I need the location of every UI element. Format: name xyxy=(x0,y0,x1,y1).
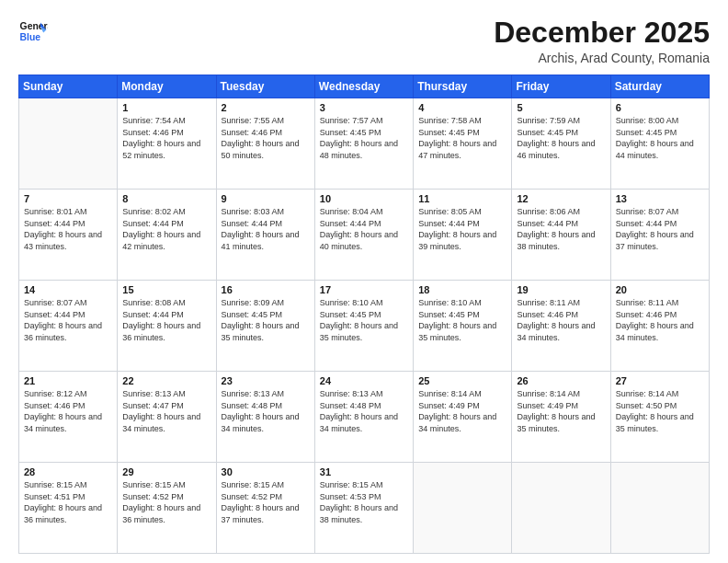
day-info: Sunrise: 7:59 AMSunset: 4:45 PMDaylight:… xyxy=(517,115,605,161)
day-info: Sunrise: 8:00 AMSunset: 4:45 PMDaylight:… xyxy=(616,115,704,161)
day-number: 4 xyxy=(418,102,506,113)
table-row: 24Sunrise: 8:13 AMSunset: 4:48 PMDayligh… xyxy=(314,372,413,463)
day-info: Sunrise: 8:10 AMSunset: 4:45 PMDaylight:… xyxy=(320,297,408,343)
col-sunday: Sunday xyxy=(19,75,118,98)
logo: General Blue xyxy=(18,17,48,46)
day-info: Sunrise: 8:15 AMSunset: 4:52 PMDaylight:… xyxy=(122,479,210,525)
day-info: Sunrise: 8:07 AMSunset: 4:44 PMDaylight:… xyxy=(616,206,704,252)
table-row: 31Sunrise: 8:15 AMSunset: 4:53 PMDayligh… xyxy=(314,463,413,554)
day-number: 7 xyxy=(24,193,112,204)
day-number: 6 xyxy=(616,102,704,113)
week-row-5: 28Sunrise: 8:15 AMSunset: 4:51 PMDayligh… xyxy=(19,463,710,554)
day-info: Sunrise: 8:11 AMSunset: 4:46 PMDaylight:… xyxy=(517,297,605,343)
day-number: 30 xyxy=(222,466,310,477)
col-tuesday: Tuesday xyxy=(216,75,314,98)
day-info: Sunrise: 8:07 AMSunset: 4:44 PMDaylight:… xyxy=(24,297,112,343)
col-thursday: Thursday xyxy=(414,75,512,98)
calendar-header-row: Sunday Monday Tuesday Wednesday Thursday… xyxy=(19,75,710,98)
day-number: 5 xyxy=(517,102,605,113)
day-info: Sunrise: 8:14 AMSunset: 4:49 PMDaylight:… xyxy=(517,388,605,434)
day-info: Sunrise: 7:54 AMSunset: 4:46 PMDaylight:… xyxy=(122,115,210,161)
day-info: Sunrise: 7:58 AMSunset: 4:45 PMDaylight:… xyxy=(418,115,506,161)
page: General Blue December 2025 Archis, Arad … xyxy=(0,0,728,563)
day-info: Sunrise: 8:10 AMSunset: 4:45 PMDaylight:… xyxy=(418,297,506,343)
day-info: Sunrise: 8:06 AMSunset: 4:44 PMDaylight:… xyxy=(517,206,605,252)
table-row: 17Sunrise: 8:10 AMSunset: 4:45 PMDayligh… xyxy=(314,281,413,372)
day-info: Sunrise: 7:55 AMSunset: 4:46 PMDaylight:… xyxy=(222,115,310,161)
table-row: 13Sunrise: 8:07 AMSunset: 4:44 PMDayligh… xyxy=(610,190,709,281)
table-row: 20Sunrise: 8:11 AMSunset: 4:46 PMDayligh… xyxy=(610,281,709,372)
table-row: 16Sunrise: 8:09 AMSunset: 4:45 PMDayligh… xyxy=(216,281,314,372)
table-row: 7Sunrise: 8:01 AMSunset: 4:44 PMDaylight… xyxy=(19,190,118,281)
table-row xyxy=(610,463,709,554)
table-row: 29Sunrise: 8:15 AMSunset: 4:52 PMDayligh… xyxy=(118,463,216,554)
day-number: 15 xyxy=(122,284,210,295)
day-info: Sunrise: 8:05 AMSunset: 4:44 PMDaylight:… xyxy=(418,206,506,252)
day-number: 3 xyxy=(320,102,408,113)
day-number: 9 xyxy=(222,193,310,204)
table-row xyxy=(19,98,118,190)
day-info: Sunrise: 8:04 AMSunset: 4:44 PMDaylight:… xyxy=(320,206,408,252)
day-number: 10 xyxy=(320,193,408,204)
day-number: 23 xyxy=(222,375,310,386)
table-row: 1Sunrise: 7:54 AMSunset: 4:46 PMDaylight… xyxy=(118,98,216,190)
table-row: 27Sunrise: 8:14 AMSunset: 4:50 PMDayligh… xyxy=(610,372,709,463)
table-row: 2Sunrise: 7:55 AMSunset: 4:46 PMDaylight… xyxy=(216,98,314,190)
day-number: 29 xyxy=(122,466,210,477)
day-info: Sunrise: 8:13 AMSunset: 4:48 PMDaylight:… xyxy=(222,388,310,434)
day-info: Sunrise: 8:11 AMSunset: 4:46 PMDaylight:… xyxy=(616,297,704,343)
day-info: Sunrise: 8:15 AMSunset: 4:51 PMDaylight:… xyxy=(24,479,112,525)
calendar-table: Sunday Monday Tuesday Wednesday Thursday… xyxy=(18,75,710,554)
svg-text:Blue: Blue xyxy=(20,32,41,42)
day-number: 16 xyxy=(222,284,310,295)
table-row xyxy=(512,463,610,554)
table-row: 14Sunrise: 8:07 AMSunset: 4:44 PMDayligh… xyxy=(19,281,118,372)
day-number: 14 xyxy=(24,284,112,295)
day-number: 26 xyxy=(517,375,605,386)
table-row: 5Sunrise: 7:59 AMSunset: 4:45 PMDaylight… xyxy=(512,98,610,190)
day-number: 25 xyxy=(418,375,506,386)
table-row: 10Sunrise: 8:04 AMSunset: 4:44 PMDayligh… xyxy=(314,190,413,281)
table-row: 6Sunrise: 8:00 AMSunset: 4:45 PMDaylight… xyxy=(610,98,709,190)
day-info: Sunrise: 8:14 AMSunset: 4:50 PMDaylight:… xyxy=(616,388,704,434)
table-row: 23Sunrise: 8:13 AMSunset: 4:48 PMDayligh… xyxy=(216,372,314,463)
day-number: 2 xyxy=(222,102,310,113)
week-row-1: 1Sunrise: 7:54 AMSunset: 4:46 PMDaylight… xyxy=(19,98,710,190)
subtitle: Archis, Arad County, Romania xyxy=(494,51,710,65)
table-row: 4Sunrise: 7:58 AMSunset: 4:45 PMDaylight… xyxy=(414,98,512,190)
col-monday: Monday xyxy=(118,75,216,98)
day-number: 19 xyxy=(517,284,605,295)
day-number: 12 xyxy=(517,193,605,204)
table-row: 9Sunrise: 8:03 AMSunset: 4:44 PMDaylight… xyxy=(216,190,314,281)
day-number: 20 xyxy=(616,284,704,295)
day-number: 31 xyxy=(320,466,408,477)
table-row: 28Sunrise: 8:15 AMSunset: 4:51 PMDayligh… xyxy=(19,463,118,554)
day-number: 11 xyxy=(418,193,506,204)
table-row: 18Sunrise: 8:10 AMSunset: 4:45 PMDayligh… xyxy=(414,281,512,372)
day-number: 8 xyxy=(122,193,210,204)
table-row: 22Sunrise: 8:13 AMSunset: 4:47 PMDayligh… xyxy=(118,372,216,463)
main-title: December 2025 xyxy=(494,17,710,49)
table-row: 15Sunrise: 8:08 AMSunset: 4:44 PMDayligh… xyxy=(118,281,216,372)
day-info: Sunrise: 8:01 AMSunset: 4:44 PMDaylight:… xyxy=(24,206,112,252)
week-row-2: 7Sunrise: 8:01 AMSunset: 4:44 PMDaylight… xyxy=(19,190,710,281)
table-row: 30Sunrise: 8:15 AMSunset: 4:52 PMDayligh… xyxy=(216,463,314,554)
table-row: 8Sunrise: 8:02 AMSunset: 4:44 PMDaylight… xyxy=(118,190,216,281)
col-friday: Friday xyxy=(512,75,610,98)
table-row: 12Sunrise: 8:06 AMSunset: 4:44 PMDayligh… xyxy=(512,190,610,281)
day-info: Sunrise: 8:15 AMSunset: 4:53 PMDaylight:… xyxy=(320,479,408,525)
day-info: Sunrise: 7:57 AMSunset: 4:45 PMDaylight:… xyxy=(320,115,408,161)
table-row: 19Sunrise: 8:11 AMSunset: 4:46 PMDayligh… xyxy=(512,281,610,372)
day-info: Sunrise: 8:12 AMSunset: 4:46 PMDaylight:… xyxy=(24,388,112,434)
day-number: 24 xyxy=(320,375,408,386)
day-info: Sunrise: 8:08 AMSunset: 4:44 PMDaylight:… xyxy=(122,297,210,343)
col-saturday: Saturday xyxy=(610,75,709,98)
day-number: 1 xyxy=(122,102,210,113)
table-row: 3Sunrise: 7:57 AMSunset: 4:45 PMDaylight… xyxy=(314,98,413,190)
logo-icon: General Blue xyxy=(18,17,48,46)
table-row xyxy=(414,463,512,554)
table-row: 26Sunrise: 8:14 AMSunset: 4:49 PMDayligh… xyxy=(512,372,610,463)
title-block: December 2025 Archis, Arad County, Roman… xyxy=(494,17,710,65)
day-info: Sunrise: 8:13 AMSunset: 4:48 PMDaylight:… xyxy=(320,388,408,434)
day-number: 21 xyxy=(24,375,112,386)
